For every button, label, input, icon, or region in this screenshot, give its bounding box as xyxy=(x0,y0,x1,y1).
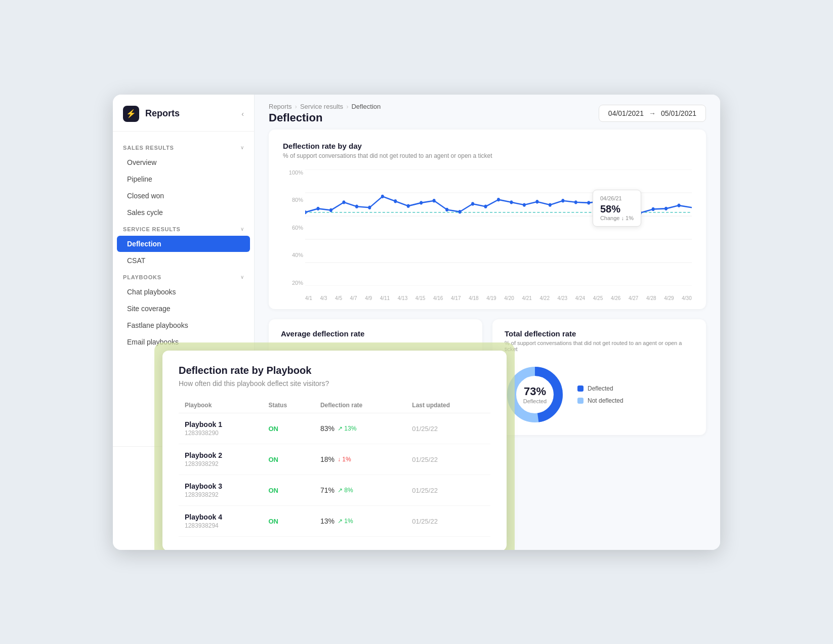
chart-x-labels: 4/1 4/3 4/5 4/7 4/9 4/11 4/13 4/15 4/16 … xyxy=(305,288,692,301)
popup-card: Deflection rate by Playbook How often di… xyxy=(162,351,507,550)
app-container: ⚡ Reports ‹ SALES RESULTS ∨ Overview Pip… xyxy=(113,95,720,550)
svg-point-8 xyxy=(316,206,319,210)
tooltip-date: 04/26/21 xyxy=(600,195,634,201)
table-row[interactable]: Playbook 4 1283938294 ON 13% ↗ 1% 01/25/… xyxy=(179,505,490,536)
svg-point-26 xyxy=(549,203,552,206)
app-logo: ⚡ xyxy=(123,106,139,122)
sidebar-item-closed-won[interactable]: Closed won xyxy=(117,188,250,204)
popup-subtitle: How often did this playbook deflect site… xyxy=(179,379,490,388)
chart-y-labels: 100% 80% 60% 40% 20% xyxy=(283,169,303,286)
line-chart-svg xyxy=(305,169,692,286)
section-header-service[interactable]: SERVICE RESULTS ∨ xyxy=(113,221,254,235)
date-arrow-icon: → xyxy=(649,109,656,117)
sidebar-item-fastlane-playbooks[interactable]: Fastlane playbooks xyxy=(117,317,250,333)
svg-point-19 xyxy=(459,209,462,213)
svg-point-25 xyxy=(535,200,538,203)
chevron-down-icon: ∨ xyxy=(240,226,244,232)
cell-deflection-rate: 18% ↓ 1% xyxy=(314,444,406,475)
sidebar-item-chat-playbooks[interactable]: Chat playbooks xyxy=(117,284,250,300)
table-row[interactable]: Playbook 2 1283938292 ON 18% ↓ 1% 01/25/… xyxy=(179,444,490,475)
trend-up-icon: ↗ 13% xyxy=(338,425,356,432)
svg-point-23 xyxy=(510,200,513,204)
svg-point-10 xyxy=(342,200,345,204)
donut-percentage: 73% xyxy=(523,385,547,398)
th-playbook: Playbook xyxy=(179,398,262,413)
legend-item-deflected: Deflected xyxy=(577,385,623,392)
svg-point-11 xyxy=(355,204,358,208)
chart-svg-area: 04/26/21 58% Change ↓ 1% xyxy=(305,169,692,286)
th-deflection-rate: Deflection rate xyxy=(314,398,406,413)
svg-point-36 xyxy=(678,203,681,207)
svg-point-7 xyxy=(305,210,307,214)
sidebar-title: Reports xyxy=(145,108,180,119)
legend-label-not-deflected: Not deflected xyxy=(588,397,623,404)
section-label-service: SERVICE RESULTS xyxy=(123,226,181,232)
trend-up-icon: ↗ 1% xyxy=(338,518,353,525)
date-range-picker[interactable]: 04/01/2021 → 05/01/2021 xyxy=(599,105,706,122)
svg-point-34 xyxy=(652,207,655,210)
date-end: 05/01/2021 xyxy=(661,109,696,117)
sidebar-header: ⚡ Reports ‹ xyxy=(113,95,254,132)
table-row[interactable]: Playbook 1 1283938290 ON 83% ↗ 13% 01/25… xyxy=(179,413,490,444)
donut-area: 73% Deflected Deflected Not deflected xyxy=(505,360,694,425)
chevron-down-icon: ∨ xyxy=(240,274,244,280)
tooltip-value: 58% xyxy=(600,203,634,215)
popup-table: Playbook Status Deflection rate Last upd… xyxy=(179,398,490,537)
chart-wrapper: 100% 80% 60% 40% 20% xyxy=(283,169,692,301)
breadcrumb-reports[interactable]: Reports xyxy=(269,103,292,110)
sidebar-item-site-coverage[interactable]: Site coverage xyxy=(117,300,250,317)
cell-playbook-name: Playbook 3 1283938292 xyxy=(179,475,262,505)
sidebar-item-overview[interactable]: Overview xyxy=(117,154,250,170)
cell-playbook-name: Playbook 2 1283938292 xyxy=(179,444,262,475)
legend-dot-deflected xyxy=(577,385,584,392)
chart-tooltip: 04/26/21 58% Change ↓ 1% xyxy=(593,190,641,227)
trend-up-icon: ↗ 8% xyxy=(338,487,353,494)
svg-point-35 xyxy=(664,206,668,210)
donut-legend: Deflected Not deflected xyxy=(577,385,623,404)
cell-status: ON xyxy=(262,413,314,444)
cell-deflection-rate: 71% ↗ 8% xyxy=(314,475,406,505)
svg-point-9 xyxy=(329,208,332,211)
svg-point-21 xyxy=(484,204,487,208)
cell-deflection-rate: 83% ↗ 13% xyxy=(314,413,406,444)
topbar: Reports › Service results › Deflection D… xyxy=(255,95,720,130)
section-header-sales[interactable]: SALES RESULTS ∨ xyxy=(113,140,254,154)
breadcrumb-sep-1: › xyxy=(295,103,297,110)
total-deflection-subtitle: % of support conversations that did not … xyxy=(505,340,694,352)
svg-point-15 xyxy=(407,204,410,207)
deflection-rate-chart-card: Deflection rate by day % of support conv… xyxy=(269,130,706,309)
sidebar-item-deflection[interactable]: Deflection xyxy=(117,236,250,252)
sidebar-item-csat[interactable]: CSAT xyxy=(117,252,250,269)
cell-last-updated: 01/25/22 xyxy=(406,475,490,505)
donut-label: Deflected xyxy=(523,398,547,404)
table-header-row: Playbook Status Deflection rate Last upd… xyxy=(179,398,490,413)
breadcrumb-service-results[interactable]: Service results xyxy=(300,103,343,110)
svg-point-24 xyxy=(523,203,526,206)
total-deflection-card: Total deflection rate % of support conve… xyxy=(492,319,706,435)
svg-point-17 xyxy=(433,199,436,202)
sidebar-item-sales-cycle[interactable]: Sales cycle xyxy=(117,204,250,221)
table-row[interactable]: Playbook 3 1283938292 ON 71% ↗ 8% 01/25/… xyxy=(179,475,490,505)
legend-label-deflected: Deflected xyxy=(588,385,613,392)
breadcrumb-deflection: Deflection xyxy=(351,103,381,110)
legend-dot-not-deflected xyxy=(577,398,584,404)
chart-title: Deflection rate by day xyxy=(283,142,692,150)
cell-last-updated: 01/25/22 xyxy=(406,413,490,444)
date-start: 04/01/2021 xyxy=(608,109,644,117)
section-header-playbooks[interactable]: PLAYBOOKS ∨ xyxy=(113,269,254,283)
cell-deflection-rate: 13% ↗ 1% xyxy=(314,505,406,536)
breadcrumb-sep-2: › xyxy=(346,103,348,110)
sidebar-item-pipeline[interactable]: Pipeline xyxy=(117,171,250,187)
cell-last-updated: 01/25/22 xyxy=(406,505,490,536)
avg-deflection-title: Average deflection rate xyxy=(281,329,470,338)
cell-playbook-name: Playbook 4 1283938294 xyxy=(179,505,262,536)
section-label-playbooks: PLAYBOOKS xyxy=(123,274,161,280)
svg-point-28 xyxy=(574,200,577,204)
svg-point-27 xyxy=(561,199,564,202)
svg-point-20 xyxy=(471,202,474,205)
cell-status: ON xyxy=(262,505,314,536)
sidebar-collapse-button[interactable]: ‹ xyxy=(241,110,244,118)
legend-item-not-deflected: Not deflected xyxy=(577,397,623,404)
chevron-down-icon: ∨ xyxy=(240,145,244,150)
trend-down-icon: ↓ 1% xyxy=(338,456,351,463)
